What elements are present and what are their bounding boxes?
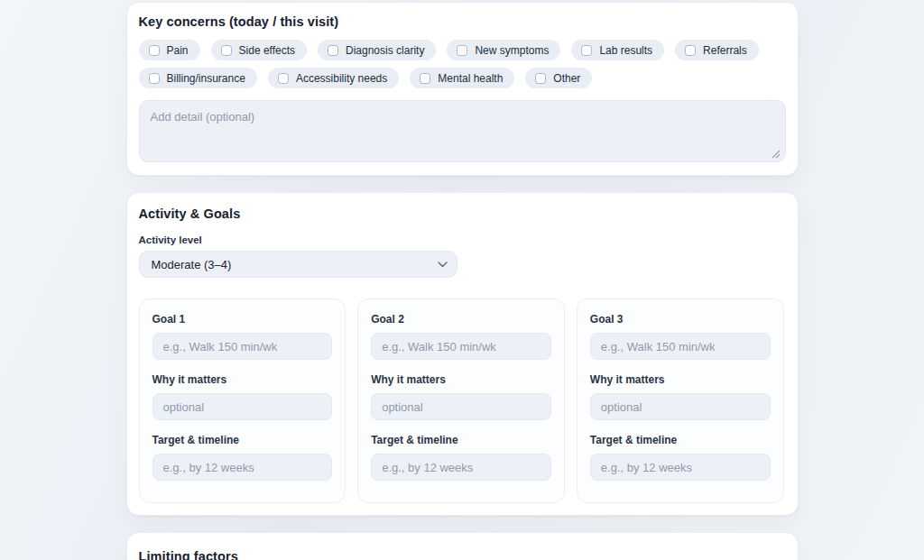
target-timeline-label: Target & timeline xyxy=(152,434,333,446)
checkbox-icon[interactable] xyxy=(535,73,546,84)
chip-lab-results[interactable]: Lab results xyxy=(571,40,664,60)
checkbox-icon[interactable] xyxy=(149,73,160,84)
checkbox-icon[interactable] xyxy=(420,73,430,84)
activity-level-select[interactable]: Moderate (3–4) xyxy=(139,251,457,278)
activity-level-label: Activity level xyxy=(139,234,784,245)
chip-label: New symptoms xyxy=(475,44,549,57)
detail-textarea[interactable] xyxy=(139,100,786,162)
chip-label: Lab results xyxy=(599,44,652,57)
chip-new-symptoms[interactable]: New symptoms xyxy=(447,40,560,60)
chevron-down-icon xyxy=(438,262,448,268)
chip-label: Accessibility needs xyxy=(296,72,387,85)
key-concerns-chip-row-1: Pain Side effects Diagnosis clarity New … xyxy=(139,40,784,60)
chip-label: Referrals xyxy=(703,44,747,57)
chip-label: Side effects xyxy=(239,44,295,57)
limiting-factors-title: Limiting factors xyxy=(139,549,784,560)
checkbox-icon[interactable] xyxy=(221,45,232,56)
chip-accessibility-needs[interactable]: Accessibility needs xyxy=(268,68,399,88)
form-page: Key concerns (today / this visit) Pain S… xyxy=(126,0,799,560)
why-it-matters-input[interactable] xyxy=(152,393,333,420)
goal-card-3: Goal 3 Why it matters Target & timeline xyxy=(577,298,784,503)
why-it-matters-input[interactable] xyxy=(590,393,771,420)
goals-row: Goal 1 Why it matters Target & timeline … xyxy=(139,298,784,503)
why-it-matters-label: Why it matters xyxy=(590,373,771,386)
target-timeline-input[interactable] xyxy=(152,454,333,481)
target-timeline-input[interactable] xyxy=(590,454,771,481)
activity-level-value: Moderate (3–4) xyxy=(152,258,232,271)
checkbox-icon[interactable] xyxy=(457,45,467,56)
chip-label: Diagnosis clarity xyxy=(346,44,424,57)
limiting-factors-card: Limiting factors xyxy=(126,532,799,560)
key-concerns-chip-row-2: Billing/insurance Accessibility needs Me… xyxy=(139,68,784,88)
chip-label: Billing/insurance xyxy=(167,72,245,85)
key-concerns-title: Key concerns (today / this visit) xyxy=(139,14,784,29)
goal-title: Goal 1 xyxy=(152,313,333,326)
checkbox-icon[interactable] xyxy=(278,73,289,84)
detail-textarea-wrap xyxy=(139,100,784,162)
chip-billing-insurance[interactable]: Billing/insurance xyxy=(139,68,257,88)
activity-goals-card: Activity & Goals Activity level Moderate… xyxy=(126,192,799,516)
why-it-matters-input[interactable] xyxy=(371,393,551,420)
checkbox-icon[interactable] xyxy=(149,45,160,56)
chip-label: Pain xyxy=(167,44,189,57)
checkbox-icon[interactable] xyxy=(328,45,338,56)
target-timeline-input[interactable] xyxy=(371,454,551,481)
why-it-matters-label: Why it matters xyxy=(371,373,551,386)
activity-goals-title: Activity & Goals xyxy=(139,207,784,221)
goal-input[interactable] xyxy=(371,333,551,360)
goal-input[interactable] xyxy=(590,333,771,360)
goal-title: Goal 2 xyxy=(371,313,551,326)
target-timeline-label: Target & timeline xyxy=(371,434,551,446)
goal-card-2: Goal 2 Why it matters Target & timeline xyxy=(357,298,565,503)
checkbox-icon[interactable] xyxy=(685,45,696,56)
checkbox-icon[interactable] xyxy=(581,45,592,56)
why-it-matters-label: Why it matters xyxy=(152,373,333,386)
chip-other[interactable]: Other xyxy=(525,68,592,88)
chip-label: Other xyxy=(553,72,580,85)
goal-input[interactable] xyxy=(152,333,333,360)
chip-side-effects[interactable]: Side effects xyxy=(211,40,307,60)
target-timeline-label: Target & timeline xyxy=(590,434,771,446)
key-concerns-card: Key concerns (today / this visit) Pain S… xyxy=(126,2,799,176)
chip-pain[interactable]: Pain xyxy=(139,40,200,60)
goal-card-1: Goal 1 Why it matters Target & timeline xyxy=(139,298,346,503)
chip-label: Mental health xyxy=(438,72,503,85)
chip-mental-health[interactable]: Mental health xyxy=(410,68,514,88)
chip-referrals[interactable]: Referrals xyxy=(675,40,759,60)
chip-diagnosis-clarity[interactable]: Diagnosis clarity xyxy=(318,40,436,60)
goal-title: Goal 3 xyxy=(590,313,771,326)
